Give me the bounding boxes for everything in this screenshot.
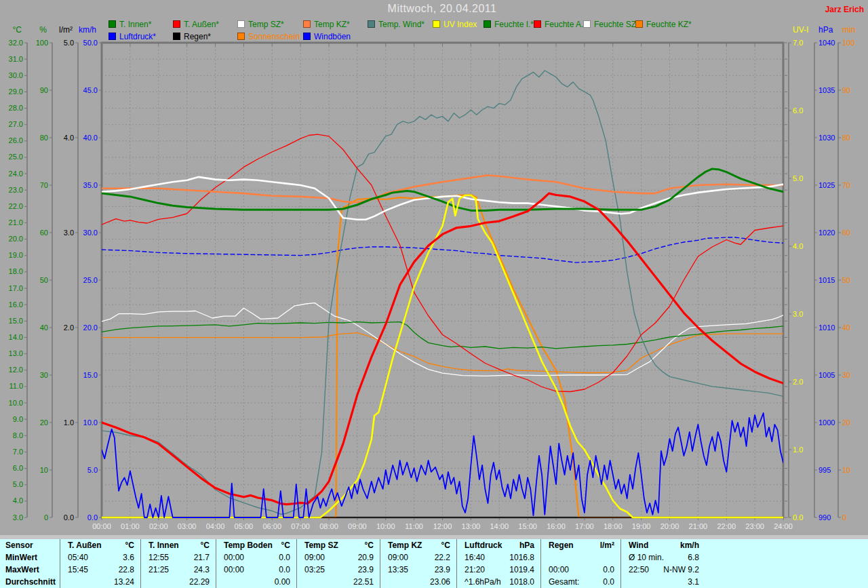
axis-celsius: 32.031.030.029.028.027.026.025.024.023.0… [9,25,27,522]
axis-tick-label: 40.0 [83,134,98,142]
table-cell-t-au-en: 15:4522.8 [60,564,140,576]
app-window: Mittwoch, 20.04.2011 Jarz Erich T. Innen… [0,0,868,588]
summary-table: SensorT. Außen°CT. Innen°CTemp Boden°CTe… [0,539,868,588]
series-feuchte-a [102,134,783,391]
cell-left: 15:45 [68,565,88,574]
table-cell-regen [540,551,620,564]
axis-tick-label: 19.0 [9,251,23,259]
axis-tick-label: 1005 [818,371,835,379]
axis-tick-label: 26.0 [9,136,23,144]
axis-tick-label: 35.0 [83,181,98,189]
cell-right: 23.9 [435,565,450,574]
x-tick-label: 24:00 [774,522,793,530]
cell-right: 23.9 [358,565,374,574]
cell-right: hPa [519,541,534,550]
axis-tick-label: 5.0 [13,480,23,488]
x-tick-label: 14:00 [490,522,509,530]
axis-tick-label: 50.0 [83,39,98,47]
cell-left: 00:00 [549,565,569,574]
cell-right: 6.8 [688,553,699,562]
table-header-wind: Windkm/h [620,539,705,551]
row-label-sensor: Sensor [0,539,60,551]
table-cell-temp-kz: 09:0022.2 [380,551,456,564]
axis-tick-label: 30 [842,371,850,379]
cell-left: 16:40 [465,553,485,562]
frame-ticks [102,43,787,520]
axis-tick-label: 6.0 [793,106,803,115]
table-cell-t-innen: 22.29 [140,576,216,588]
axis-tick-label: 3.0 [793,310,803,318]
axis-tick-label: 995 [818,466,831,474]
x-tick-label: 15:00 [518,522,537,530]
x-tick-label: 13:00 [462,522,481,530]
axis-tick-label: 90 [40,86,48,94]
cell-right: 20.9 [358,553,374,562]
cell-left: 13:35 [388,565,408,574]
axis-tick-label: 1020 [818,229,835,237]
axis-tick-label: 0.0 [64,513,74,522]
axis-tick-label: 20 [842,418,850,427]
table-cell-t-innen: 21:2524.3 [140,564,216,576]
table-cell-t-au-en: 05:403.6 [60,551,140,564]
axis-percent: 1009080706050403020100% [36,25,52,522]
x-tick-label: 18:00 [604,522,623,530]
cell-right: 23.06 [430,577,450,587]
table-header-t-au-en: T. Außen°C [60,539,140,551]
cell-left: Temp Boden [224,541,273,550]
cell-right: 0.0 [279,553,290,562]
table-header-temp-kz: Temp KZ°C [380,539,456,551]
axis-tick-label: 0.0 [87,513,98,522]
axis-tick-label: 80 [40,134,48,142]
cell-left: ^1.6hPa/h [465,577,501,587]
x-tick-label: 05:00 [235,522,254,530]
axis-tick-label: 10 [842,466,850,474]
cell-right: 3.6 [123,553,134,562]
cell-right: °C [125,541,134,550]
axis-tick-label: 4.0 [793,242,803,250]
axis-tick-label: 4.0 [13,496,23,505]
axis-kmh: 50.045.040.035.030.025.020.015.010.05.00… [79,25,102,522]
row-label-durchschnitt: Durchschnitt [0,576,60,588]
table-cell-temp-sz: 03:2523.9 [296,564,380,576]
cell-left: 03:25 [304,565,325,574]
cell-right: 13.24 [114,577,134,587]
table-cell-regen: 00:000.0 [540,564,620,576]
axis-tick-label: 70 [842,181,850,189]
cell-right: 22.29 [189,577,210,587]
x-axis-labels: 00:0001:0002:0003:0004:0005:0006:0007:00… [92,522,793,530]
axis-tick-label: 45.0 [83,86,98,94]
table-filler [705,576,868,588]
x-tick-label: 07:00 [291,522,310,530]
axis-tick-label: 32.0 [9,39,23,47]
cell-right: 22.2 [435,553,450,562]
cell-right: 22.51 [353,577,374,587]
axis-tick-label: 28.0 [9,104,23,112]
axis-tick-label: 40 [40,324,48,332]
table-filler [705,551,868,564]
cell-right: 21.7 [194,553,210,562]
table-header-luftdruck: LuftdruckhPa [456,539,540,551]
cell-left: 00:00 [224,553,244,562]
axis-tick-label: 40 [842,324,850,332]
axis-tick-label: 18.0 [9,267,23,275]
table-filler [705,564,868,576]
axis-uv: 7.06.05.04.03.02.01.00.0UV-I [789,25,808,522]
cell-right: 1016.8 [509,553,534,562]
axis-tick-label: 0.0 [793,513,803,522]
cell-left: T. Außen [68,541,102,550]
cell-left: 21:20 [465,565,485,574]
axis-tick-label: 1030 [818,134,835,142]
table-cell-luftdruck: 21:201019.4 [456,564,540,576]
axis-tick-label: 13.0 [9,349,23,357]
table-cell-temp-kz: 13:3523.9 [380,564,456,576]
axis-tick-label: 7.0 [13,448,23,456]
axis-tick-label: 4.0 [64,134,74,142]
axis-tick-label: 10.0 [9,399,23,407]
row-label-minwert: MinWert [0,551,60,564]
axis-tick-label: 21.0 [9,218,23,227]
axis-tick-label: 100 [842,39,854,47]
axis-tick-label: 990 [818,513,831,522]
axis-tick-label: 0 [44,513,48,522]
axis-hpa: 1040103510301025102010151010100510009959… [814,25,835,522]
axis-tick-label: 100 [36,39,48,47]
